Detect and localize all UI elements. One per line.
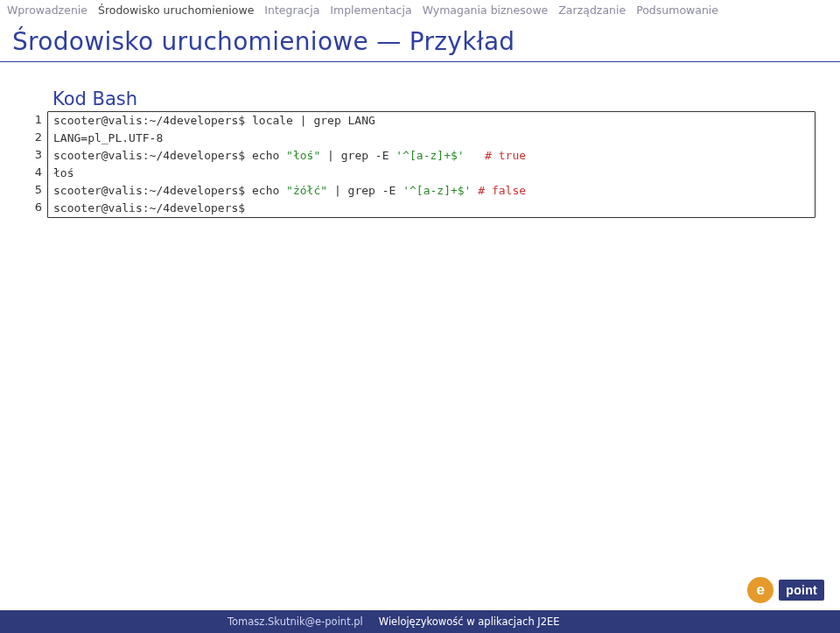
nav-item-3[interactable]: Implementacja: [330, 4, 411, 17]
code-token-tok-str: '^[a-z]+$': [402, 184, 471, 197]
code-token-tok-str: "łoś": [286, 149, 320, 162]
line-number: 5: [24, 181, 47, 199]
nav-item-2[interactable]: Integracja: [264, 4, 319, 17]
nav-item-6[interactable]: Podsumowanie: [636, 4, 718, 17]
line-number: 4: [24, 164, 47, 181]
code-box: scooter@valis:~/4developers$ locale | gr…: [47, 111, 816, 218]
nav-item-4[interactable]: Wymagania biznesowe: [423, 4, 549, 17]
nav-item-5[interactable]: Zarządzanie: [558, 4, 626, 17]
code-gutter: 123456: [24, 111, 47, 218]
code-token: scooter@valis:~/4developers$ echo: [53, 149, 286, 162]
code-line: LANG=pl_PL.UTF-8: [48, 130, 815, 147]
footer-bar: Tomasz.Skutnik@e-point.pl Wielojęzykowoś…: [0, 610, 840, 633]
code-token: | grep -E: [327, 184, 402, 197]
nav-item-1[interactable]: Środowisko uruchomieniowe: [98, 4, 254, 17]
slide-title: Środowisko uruchomieniowe — Przykład: [0, 22, 840, 61]
code-token: scooter@valis:~/4developers$ locale | gr…: [53, 114, 375, 127]
code-line: scooter@valis:~/4developers$: [48, 200, 815, 217]
code-token: scooter@valis:~/4developers$: [53, 201, 245, 215]
line-number: 3: [24, 146, 47, 164]
line-number: 2: [24, 129, 47, 146]
code-token: [465, 149, 485, 162]
code-line: łoś: [48, 165, 815, 182]
code-token: LANG=pl_PL.UTF-8: [53, 131, 163, 144]
code-token-tok-str: "żółć": [286, 184, 327, 197]
title-rule: [0, 61, 840, 62]
code-token: łoś: [53, 166, 74, 179]
code-token: scooter@valis:~/4developers$ echo: [53, 184, 286, 197]
code-line: scooter@valis:~/4developers$ locale | gr…: [48, 112, 815, 130]
code-heading: Kod Bash: [52, 88, 816, 109]
line-number: 1: [24, 111, 47, 129]
code-line: scooter@valis:~/4developers$ echo "żółć"…: [48, 182, 815, 200]
footer-author: Tomasz.Skutnik@e-point.pl: [228, 615, 363, 628]
code-token-tok-str: '^[a-z]+$': [396, 149, 464, 162]
logo-e-icon: e: [747, 577, 774, 603]
code-block: Kod Bash 123456 scooter@valis:~/4develop…: [0, 88, 840, 218]
logo-point-label: point: [779, 580, 824, 601]
code-line: scooter@valis:~/4developers$ echo "łoś" …: [48, 147, 815, 165]
code-token: | grep -E: [320, 149, 396, 162]
code-token-tok-kw: # false: [478, 184, 526, 197]
footer-talk-title: Wielojęzykowość w aplikacjach J2EE: [379, 615, 560, 628]
nav-item-0[interactable]: Wprowadzenie: [7, 4, 88, 17]
code-token-tok-kw: # true: [485, 149, 526, 162]
line-number: 6: [24, 199, 47, 216]
code-area: 123456 scooter@valis:~/4developers$ loca…: [24, 111, 816, 218]
section-nav: Wprowadzenie Środowisko uruchomieniowe I…: [0, 0, 840, 20]
brand-logo: e point: [747, 577, 824, 603]
